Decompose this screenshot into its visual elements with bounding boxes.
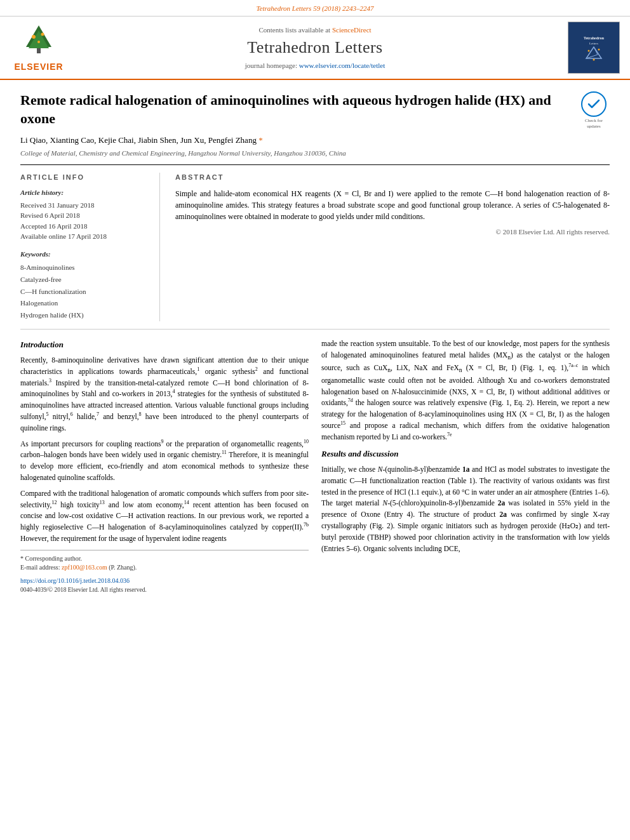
elsevier-logo: ELSEVIER — [10, 23, 67, 74]
results-para-1: made the reaction system unsuitable. To … — [321, 338, 610, 443]
svg-text:Tetrahedron: Tetrahedron — [584, 36, 605, 40]
keyword-2: Catalyzed-free — [20, 274, 149, 286]
abstract-column: ABSTRACT Simple and halide-atom economic… — [175, 173, 610, 321]
intro-para-1: Recently, 8-aminoquinoline derivatives h… — [20, 355, 309, 434]
available-date: Available online 17 April 2018 — [20, 231, 149, 242]
intro-para-3: Compared with the traditional halogenati… — [20, 488, 309, 545]
elsevier-wordmark: ELSEVIER — [14, 61, 63, 74]
received-date: Received 31 January 2018 — [20, 200, 149, 211]
article-info-column: ARTICLE INFO Article history: Received 3… — [20, 173, 160, 321]
citation-text: Tetrahedron Letters 59 (2018) 2243–2247 — [257, 4, 374, 12]
journal-citation: Tetrahedron Letters 59 (2018) 2243–2247 — [0, 0, 630, 17]
keywords-section: Keywords: 8-Aminoquinolines Catalyzed-fr… — [20, 250, 149, 321]
article-authors: Li Qiao, Xianting Cao, Kejie Chai, Jiabi… — [20, 135, 568, 146]
sciencedirect-link[interactable]: ScienceDirect — [332, 26, 372, 34]
article-history-label: Article history: — [20, 188, 149, 197]
article-title-area: Remote radical halogenation of aminoquin… — [20, 91, 568, 158]
introduction-heading: Introduction — [20, 338, 309, 351]
body-column-left: Introduction Recently, 8-aminoquinoline … — [20, 338, 309, 595]
journal-logo-icon: Tetrahedron Letters — [575, 32, 613, 63]
abstract-text: Simple and halide-atom economical HX rea… — [175, 188, 610, 222]
check-circle-icon — [581, 91, 607, 117]
tetrahedron-logo: Tetrahedron Letters — [568, 22, 620, 74]
keyword-5: Hydrogen halide (HX) — [20, 309, 149, 321]
results-para-2: Initially, we chose N-(quinolin-8-yl)ben… — [321, 464, 610, 555]
accepted-date: Accepted 16 April 2018 — [20, 221, 149, 232]
results-heading: Results and discussion — [321, 448, 610, 460]
article-affiliation: College of Material, Chemistry and Chemi… — [20, 149, 568, 158]
keyword-3: C—H functionalization — [20, 286, 149, 298]
svg-point-14 — [593, 59, 595, 61]
check-for-updates-badge: Check forupdates — [578, 91, 610, 129]
svg-point-12 — [588, 50, 590, 52]
svg-text:Letters: Letters — [589, 42, 598, 45]
svg-point-5 — [37, 41, 40, 43]
journal-title-area: Contents lists available at ScienceDirec… — [75, 25, 555, 70]
copyright-notice: © 2018 Elsevier Ltd. All rights reserved… — [175, 227, 610, 237]
intro-para-2: As important precursors for coupling rea… — [20, 439, 309, 484]
svg-point-13 — [598, 49, 600, 51]
keyword-4: Halogenation — [20, 297, 149, 309]
doi-link[interactable]: https://doi.org/10.1016/j.tetlet.2018.04… — [20, 577, 130, 584]
email-note: E-mail address: zpf100@163.com (P. Zhang… — [20, 563, 309, 572]
checkmark-icon — [586, 97, 601, 112]
body-column-right: made the reaction system unsuitable. To … — [321, 338, 610, 595]
article-info-label: ARTICLE INFO — [20, 173, 149, 182]
journal-header: ELSEVIER Contents lists available at Sci… — [0, 17, 630, 80]
journal-name: Tetrahedron Letters — [75, 36, 555, 59]
issn-line: 0040-4039/© 2018 Elsevier Ltd. All right… — [20, 585, 309, 595]
journal-homepage: journal homepage: www.elsevier.com/locat… — [75, 61, 555, 70]
svg-point-4 — [41, 32, 44, 36]
keyword-1: 8-Aminoquinolines — [20, 262, 149, 274]
sciencedirect-line: Contents lists available at ScienceDirec… — [75, 25, 555, 35]
article-header-section: Remote radical halogenation of aminoquin… — [20, 80, 610, 165]
footnote-area: * Corresponding author. E-mail address: … — [20, 550, 309, 595]
keywords-label: Keywords: — [20, 250, 149, 259]
article-meta-section: ARTICLE INFO Article history: Received 3… — [20, 165, 610, 330]
author-email-link[interactable]: zpf100@163.com — [62, 564, 107, 571]
doi-line: https://doi.org/10.1016/j.tetlet.2018.04… — [20, 576, 309, 586]
article-title: Remote radical halogenation of aminoquin… — [20, 91, 568, 128]
corresponding-author-note: * Corresponding author. — [20, 554, 309, 563]
svg-point-3 — [32, 35, 36, 39]
revised-date: Revised 6 April 2018 — [20, 210, 149, 221]
journal-logo-area: Tetrahedron Letters — [563, 22, 620, 74]
article-body: Remote radical halogenation of aminoquin… — [0, 80, 630, 595]
article-body-columns: Introduction Recently, 8-aminoquinoline … — [20, 330, 610, 595]
abstract-label: ABSTRACT — [175, 173, 610, 182]
elsevier-tree-icon — [21, 23, 57, 58]
